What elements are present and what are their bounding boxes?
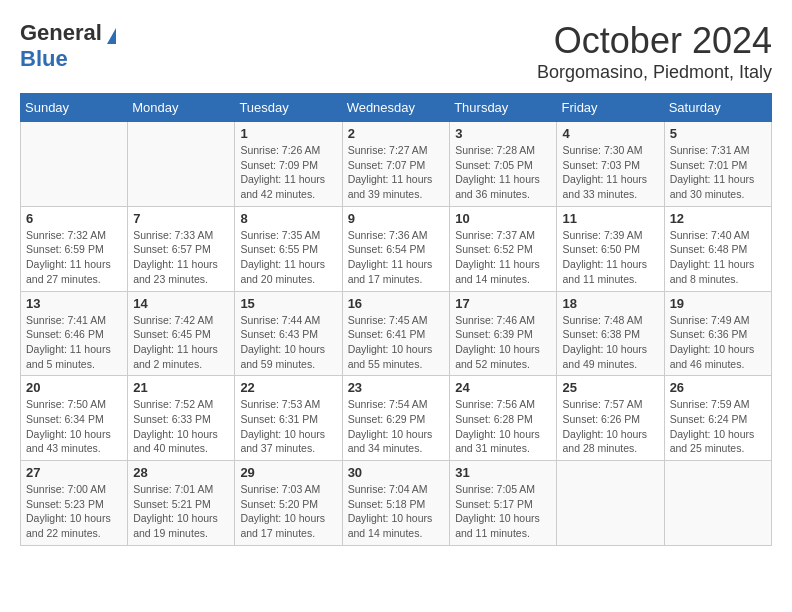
day-number: 11: [562, 211, 658, 226]
day-info: Sunrise: 7:59 AMSunset: 6:24 PMDaylight:…: [670, 397, 766, 456]
logo-blue: Blue: [20, 46, 68, 71]
page-header: General Blue October 2024 Borgomasino, P…: [20, 20, 772, 83]
day-info: Sunrise: 7:49 AMSunset: 6:36 PMDaylight:…: [670, 313, 766, 372]
day-info: Sunrise: 7:28 AMSunset: 7:05 PMDaylight:…: [455, 143, 551, 202]
day-header-thursday: Thursday: [450, 94, 557, 122]
day-number: 2: [348, 126, 445, 141]
calendar-cell: 19Sunrise: 7:49 AMSunset: 6:36 PMDayligh…: [664, 291, 771, 376]
day-header-monday: Monday: [128, 94, 235, 122]
day-number: 13: [26, 296, 122, 311]
month-title: October 2024: [537, 20, 772, 62]
calendar-cell: [664, 461, 771, 546]
day-header-tuesday: Tuesday: [235, 94, 342, 122]
calendar-cell: 24Sunrise: 7:56 AMSunset: 6:28 PMDayligh…: [450, 376, 557, 461]
calendar-cell: [128, 122, 235, 207]
day-number: 29: [240, 465, 336, 480]
day-info: Sunrise: 7:52 AMSunset: 6:33 PMDaylight:…: [133, 397, 229, 456]
day-number: 22: [240, 380, 336, 395]
calendar-cell: 31Sunrise: 7:05 AMSunset: 5:17 PMDayligh…: [450, 461, 557, 546]
day-number: 19: [670, 296, 766, 311]
calendar-cell: 18Sunrise: 7:48 AMSunset: 6:38 PMDayligh…: [557, 291, 664, 376]
day-info: Sunrise: 7:27 AMSunset: 7:07 PMDaylight:…: [348, 143, 445, 202]
title-section: October 2024 Borgomasino, Piedmont, Ital…: [537, 20, 772, 83]
calendar-cell: 14Sunrise: 7:42 AMSunset: 6:45 PMDayligh…: [128, 291, 235, 376]
day-number: 24: [455, 380, 551, 395]
day-info: Sunrise: 7:32 AMSunset: 6:59 PMDaylight:…: [26, 228, 122, 287]
day-number: 12: [670, 211, 766, 226]
calendar-cell: 25Sunrise: 7:57 AMSunset: 6:26 PMDayligh…: [557, 376, 664, 461]
day-number: 8: [240, 211, 336, 226]
day-info: Sunrise: 7:30 AMSunset: 7:03 PMDaylight:…: [562, 143, 658, 202]
calendar-cell: 6Sunrise: 7:32 AMSunset: 6:59 PMDaylight…: [21, 206, 128, 291]
day-info: Sunrise: 7:33 AMSunset: 6:57 PMDaylight:…: [133, 228, 229, 287]
day-info: Sunrise: 7:26 AMSunset: 7:09 PMDaylight:…: [240, 143, 336, 202]
calendar-cell: 28Sunrise: 7:01 AMSunset: 5:21 PMDayligh…: [128, 461, 235, 546]
day-number: 26: [670, 380, 766, 395]
day-info: Sunrise: 7:37 AMSunset: 6:52 PMDaylight:…: [455, 228, 551, 287]
day-info: Sunrise: 7:45 AMSunset: 6:41 PMDaylight:…: [348, 313, 445, 372]
day-info: Sunrise: 7:00 AMSunset: 5:23 PMDaylight:…: [26, 482, 122, 541]
day-number: 31: [455, 465, 551, 480]
day-number: 21: [133, 380, 229, 395]
day-number: 14: [133, 296, 229, 311]
calendar-cell: 26Sunrise: 7:59 AMSunset: 6:24 PMDayligh…: [664, 376, 771, 461]
day-number: 17: [455, 296, 551, 311]
calendar-cell: 10Sunrise: 7:37 AMSunset: 6:52 PMDayligh…: [450, 206, 557, 291]
day-info: Sunrise: 7:01 AMSunset: 5:21 PMDaylight:…: [133, 482, 229, 541]
day-info: Sunrise: 7:03 AMSunset: 5:20 PMDaylight:…: [240, 482, 336, 541]
day-number: 3: [455, 126, 551, 141]
logo-general: General: [20, 20, 102, 45]
day-info: Sunrise: 7:57 AMSunset: 6:26 PMDaylight:…: [562, 397, 658, 456]
calendar-cell: 21Sunrise: 7:52 AMSunset: 6:33 PMDayligh…: [128, 376, 235, 461]
logo-triangle-icon: [107, 28, 116, 44]
calendar-cell: [21, 122, 128, 207]
calendar-cell: 1Sunrise: 7:26 AMSunset: 7:09 PMDaylight…: [235, 122, 342, 207]
day-info: Sunrise: 7:36 AMSunset: 6:54 PMDaylight:…: [348, 228, 445, 287]
day-header-saturday: Saturday: [664, 94, 771, 122]
day-number: 27: [26, 465, 122, 480]
day-number: 25: [562, 380, 658, 395]
day-info: Sunrise: 7:04 AMSunset: 5:18 PMDaylight:…: [348, 482, 445, 541]
day-info: Sunrise: 7:53 AMSunset: 6:31 PMDaylight:…: [240, 397, 336, 456]
day-number: 20: [26, 380, 122, 395]
day-number: 16: [348, 296, 445, 311]
day-info: Sunrise: 7:39 AMSunset: 6:50 PMDaylight:…: [562, 228, 658, 287]
day-number: 23: [348, 380, 445, 395]
day-info: Sunrise: 7:31 AMSunset: 7:01 PMDaylight:…: [670, 143, 766, 202]
day-info: Sunrise: 7:41 AMSunset: 6:46 PMDaylight:…: [26, 313, 122, 372]
day-number: 18: [562, 296, 658, 311]
day-info: Sunrise: 7:54 AMSunset: 6:29 PMDaylight:…: [348, 397, 445, 456]
day-number: 28: [133, 465, 229, 480]
day-info: Sunrise: 7:35 AMSunset: 6:55 PMDaylight:…: [240, 228, 336, 287]
logo: General Blue: [20, 20, 116, 72]
day-header-wednesday: Wednesday: [342, 94, 450, 122]
day-info: Sunrise: 7:48 AMSunset: 6:38 PMDaylight:…: [562, 313, 658, 372]
day-info: Sunrise: 7:42 AMSunset: 6:45 PMDaylight:…: [133, 313, 229, 372]
day-number: 7: [133, 211, 229, 226]
calendar-cell: 16Sunrise: 7:45 AMSunset: 6:41 PMDayligh…: [342, 291, 450, 376]
calendar-cell: 7Sunrise: 7:33 AMSunset: 6:57 PMDaylight…: [128, 206, 235, 291]
calendar-cell: [557, 461, 664, 546]
calendar-cell: 22Sunrise: 7:53 AMSunset: 6:31 PMDayligh…: [235, 376, 342, 461]
day-number: 1: [240, 126, 336, 141]
day-number: 30: [348, 465, 445, 480]
calendar-cell: 2Sunrise: 7:27 AMSunset: 7:07 PMDaylight…: [342, 122, 450, 207]
calendar-cell: 13Sunrise: 7:41 AMSunset: 6:46 PMDayligh…: [21, 291, 128, 376]
day-info: Sunrise: 7:56 AMSunset: 6:28 PMDaylight:…: [455, 397, 551, 456]
calendar-cell: 27Sunrise: 7:00 AMSunset: 5:23 PMDayligh…: [21, 461, 128, 546]
day-number: 10: [455, 211, 551, 226]
day-number: 9: [348, 211, 445, 226]
calendar-cell: 4Sunrise: 7:30 AMSunset: 7:03 PMDaylight…: [557, 122, 664, 207]
location-title: Borgomasino, Piedmont, Italy: [537, 62, 772, 83]
day-info: Sunrise: 7:46 AMSunset: 6:39 PMDaylight:…: [455, 313, 551, 372]
day-info: Sunrise: 7:50 AMSunset: 6:34 PMDaylight:…: [26, 397, 122, 456]
day-number: 6: [26, 211, 122, 226]
day-header-sunday: Sunday: [21, 94, 128, 122]
calendar-table: SundayMondayTuesdayWednesdayThursdayFrid…: [20, 93, 772, 546]
calendar-cell: 9Sunrise: 7:36 AMSunset: 6:54 PMDaylight…: [342, 206, 450, 291]
day-number: 4: [562, 126, 658, 141]
calendar-cell: 5Sunrise: 7:31 AMSunset: 7:01 PMDaylight…: [664, 122, 771, 207]
calendar-cell: 29Sunrise: 7:03 AMSunset: 5:20 PMDayligh…: [235, 461, 342, 546]
calendar-cell: 12Sunrise: 7:40 AMSunset: 6:48 PMDayligh…: [664, 206, 771, 291]
calendar-cell: 15Sunrise: 7:44 AMSunset: 6:43 PMDayligh…: [235, 291, 342, 376]
